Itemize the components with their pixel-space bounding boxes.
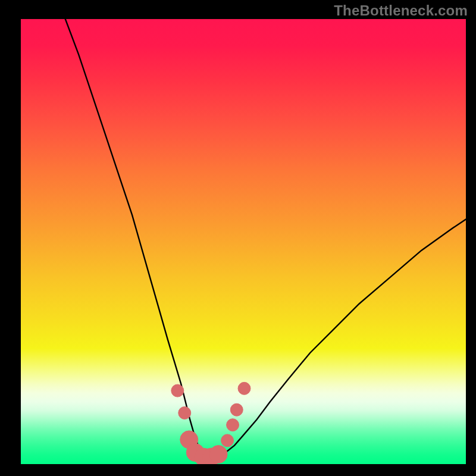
watermark-text: TheBottleneck.com	[334, 2, 468, 19]
chart-frame: TheBottleneck.com	[0, 0, 476, 476]
chart-svg	[21, 19, 466, 464]
curve-marker	[209, 446, 227, 464]
chart-plot-area	[21, 19, 466, 464]
curve-marker	[178, 407, 191, 419]
curve-marker	[171, 384, 184, 397]
curve-marker	[238, 382, 250, 394]
curve-marker	[227, 419, 239, 431]
bottleneck-curve	[65, 19, 466, 458]
curve-marker	[230, 403, 243, 416]
curve-marker	[221, 434, 234, 447]
